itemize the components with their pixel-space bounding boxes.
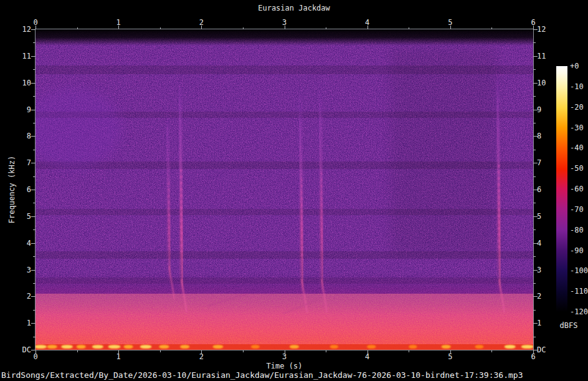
dc-hotspot [212,345,223,349]
y-tick-label-left: 6 [0,185,31,195]
dc-hotspot [124,345,133,349]
y-tick-label-right: DC [537,345,563,355]
y-tick-label-left: 7 [0,158,31,168]
y-tick-minor-left [33,229,36,230]
colorbar-tick-label: -120 [570,307,588,317]
y-tick-label-right: 12 [537,24,563,34]
y-tick-major-right [533,163,538,163]
y-tick-major-right [533,296,538,297]
y-tick-minor-right [533,42,536,43]
x-tick-major-bottom [450,350,451,354]
colorbar-tick-label: +0 [570,61,588,71]
y-tick-minor-left [33,283,36,284]
x-tick-major-top [368,26,368,29]
y-tick-major-left [31,56,36,57]
x-tick-minor-top [243,27,244,29]
x-tick-minor-top [77,27,78,29]
y-tick-minor-right [533,256,536,257]
x-tick-major-top [118,26,119,29]
x-tick-major-top [36,26,36,29]
x-tick-minor-top [491,27,492,29]
y-tick-label-left: 8 [0,131,31,141]
y-tick-major-right [533,243,538,244]
y-tick-minor-left [33,123,36,123]
file-path: BirdSongs/Extracted/By_Date/2026-03-10/E… [1,370,523,380]
low-band-noise [36,294,533,350]
y-tick-label-left: 5 [0,211,31,221]
y-tick-minor-right [533,203,536,203]
y-tick-label-left: 12 [0,24,31,34]
dc-hotspot [47,345,57,349]
y-tick-label-right: 9 [537,105,563,115]
y-tick-minor-right [533,123,536,123]
colorbar-tick-label: -40 [570,143,588,153]
y-tick-label-right: 6 [537,185,563,195]
y-tick-major-right [533,323,538,324]
y-tick-major-left [31,29,36,30]
y-tick-minor-right [533,310,536,311]
y-tick-label-left: 4 [0,238,31,248]
top-black-fade [36,29,533,46]
dc-hotspot [521,345,533,349]
dc-hotspot [92,345,103,349]
y-tick-minor-left [33,150,36,150]
y-tick-label-left: 11 [0,51,31,61]
y-tick-major-left [31,83,36,84]
x-tick-minor-bottom [326,350,326,352]
x-tick-minor-bottom [491,350,492,352]
y-tick-minor-left [33,310,36,311]
colorbar-tick-label: -70 [570,205,588,215]
y-tick-major-left [31,190,36,190]
dc-hotspot [505,345,516,349]
colorbar-tick-label: -30 [570,123,588,133]
y-tick-minor-right [533,176,536,177]
dc-hotspot [409,345,417,349]
x-tick-major-top [450,26,451,29]
colorbar-tick-label: -90 [570,246,588,256]
y-tick-major-left [31,163,36,163]
y-tick-label-left: DC [0,345,31,355]
y-tick-major-left [31,350,36,350]
y-tick-label-left: 1 [0,318,31,328]
dc-hotspot [140,345,152,349]
y-tick-minor-left [33,42,36,43]
y-tick-label-left: 2 [0,291,31,301]
y-tick-minor-right [533,96,536,97]
x-tick-minor-bottom [409,350,409,352]
y-tick-major-right [533,350,538,350]
spectrogram-window: Eurasian Jackdaw [0,0,588,381]
x-axis-label: Time (s) [36,362,533,370]
y-tick-label-right: 2 [537,291,563,301]
spectrogram-canvas [36,29,533,350]
dc-hotspot [180,345,189,349]
y-tick-major-right [533,190,538,190]
x-tick-major-top [285,26,285,29]
y-tick-minor-right [533,337,536,337]
x-tick-major-bottom [285,350,285,354]
colorbar-tick-label: -50 [570,163,588,173]
dc-hotspot [330,345,338,349]
dark-column-patch [391,48,496,254]
colorbar-tick-label: -80 [570,225,588,235]
y-tick-major-right [533,110,538,110]
dc-hotspot [159,345,169,349]
y-tick-label-right: 10 [537,78,563,88]
x-tick-minor-bottom [160,350,161,352]
y-tick-major-right [533,83,538,84]
y-tick-label-right: 7 [537,158,563,168]
y-tick-minor-left [33,176,36,177]
colorbar-tick-label: -10 [570,82,588,92]
dc-hotspot [251,345,260,349]
dc-hotspot [442,345,451,349]
y-tick-minor-right [533,69,536,70]
x-tick-major-bottom [36,350,36,354]
dc-hotspot [475,345,483,349]
dc-hotspot [108,345,121,349]
y-tick-major-left [31,216,36,217]
y-tick-major-right [533,270,538,271]
y-tick-label-left: 10 [0,78,31,88]
y-tick-minor-left [33,96,36,97]
colorbar-tick-label: -20 [570,102,588,112]
x-tick-minor-bottom [243,350,244,352]
y-tick-major-left [31,110,36,110]
